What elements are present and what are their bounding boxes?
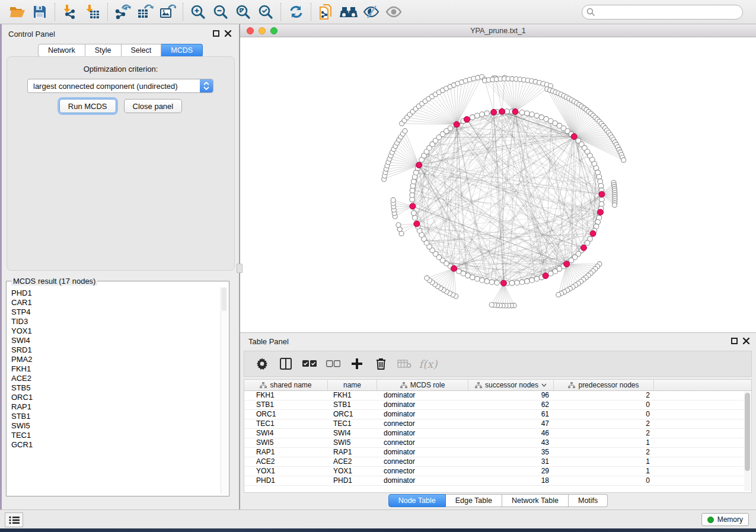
deselect-all-columns-button[interactable] — [324, 354, 343, 374]
table-row[interactable]: STB1STB1dominator620 — [244, 400, 744, 410]
close-panel-button[interactable]: Close panel — [124, 99, 183, 113]
mcds-result-item[interactable]: TEC1 — [11, 431, 221, 440]
table-row[interactable]: TEC1TEC1connector472 — [244, 419, 744, 429]
create-column-button[interactable] — [347, 354, 366, 374]
delete-table-icon — [397, 359, 412, 368]
column-label: shared name — [270, 381, 311, 389]
table-row[interactable]: YOX1YOX1connector291 — [244, 467, 744, 476]
delete-column-button[interactable] — [371, 354, 390, 374]
mcds-result-item[interactable]: YOX1 — [11, 326, 221, 336]
table-cell: ACE2 — [244, 457, 328, 466]
table-row[interactable]: SWI4SWI4dominator462 — [244, 429, 744, 438]
column-label: predecessor nodes — [578, 381, 639, 389]
mcds-result-group: MCDS result (17 nodes) PHD1CAR1STP4TID3Y… — [6, 277, 229, 496]
search-input[interactable] — [582, 5, 743, 20]
network-overview-button[interactable] — [337, 2, 360, 22]
table-scrollbar[interactable] — [744, 392, 751, 491]
tab-network-table[interactable]: Network Table — [502, 494, 569, 507]
table-cell: TEC1 — [244, 419, 328, 428]
function-builder-button-disabled[interactable]: f(x) — [419, 354, 438, 374]
tab-motifs[interactable]: Motifs — [569, 494, 608, 507]
open-folder-icon — [9, 5, 25, 18]
column-header-predecessor-nodes[interactable]: predecessor nodes — [554, 380, 654, 390]
table-cell: 1 — [554, 457, 654, 466]
zoom-fit-button[interactable] — [232, 2, 254, 22]
tab-style[interactable]: Style — [85, 44, 122, 57]
mcds-result-item[interactable]: STB1 — [11, 412, 221, 421]
network-window-titlebar[interactable]: YPA_prune.txt_1 — [240, 24, 756, 37]
mcds-result-item[interactable]: CAR1 — [11, 298, 221, 307]
trash-icon — [376, 358, 386, 370]
import-table-button[interactable] — [81, 2, 104, 22]
table-row[interactable]: FKH1FKH1dominator962 — [244, 391, 744, 400]
zoom-out-button[interactable] — [209, 2, 232, 22]
mcds-result-item[interactable]: PMA2 — [11, 355, 221, 364]
column-header-mcds-role[interactable]: MCDS role — [377, 380, 468, 390]
import-network-button[interactable] — [59, 2, 81, 22]
tab-edge-table[interactable]: Edge Table — [446, 494, 502, 507]
task-history-button[interactable] — [5, 512, 23, 527]
run-mcds-button[interactable]: Run MCDS — [59, 99, 116, 113]
tab-mcds[interactable]: MCDS — [161, 44, 203, 57]
table-row[interactable]: RAP1RAP1dominator352 — [244, 448, 744, 457]
mcds-result-item[interactable]: STP4 — [11, 307, 221, 317]
table-cell: YOX1 — [244, 467, 328, 476]
mcds-result-item[interactable]: RAP1 — [11, 402, 221, 412]
checked-boxes-icon — [302, 360, 317, 367]
result-list-scrollbar[interactable] — [221, 287, 227, 494]
close-panel-icon[interactable] — [224, 30, 232, 37]
tab-node-table[interactable]: Node Table — [388, 494, 446, 507]
table-cell: connector — [377, 467, 468, 476]
close-table-panel-icon[interactable] — [742, 337, 750, 345]
tab-select[interactable]: Select — [122, 44, 162, 57]
export-table-button[interactable] — [134, 2, 157, 22]
open-file-button[interactable] — [6, 2, 28, 22]
table-cell: FKH1 — [244, 391, 328, 400]
hide-graphics-details-button[interactable] — [360, 2, 382, 22]
mcds-result-item[interactable]: SWI4 — [11, 336, 221, 345]
column-header-shared-name[interactable]: shared name — [244, 380, 328, 390]
share-network-document-button[interactable] — [315, 2, 337, 22]
show-graphics-details-button[interactable] — [382, 2, 405, 22]
mcds-result-item[interactable]: TID3 — [11, 317, 221, 326]
table-row[interactable]: ACE2ACE2connector311 — [244, 457, 744, 467]
mcds-result-item[interactable]: ORC1 — [11, 393, 221, 402]
export-image-button[interactable] — [157, 2, 179, 22]
network-canvas[interactable] — [240, 37, 755, 332]
float-panel-icon[interactable] — [213, 30, 219, 37]
mcds-result-list: PHD1CAR1STP4TID3YOX1SWI4SRD1PMA2FKH1ACE2… — [7, 287, 221, 495]
export-network-button[interactable] — [111, 2, 134, 22]
table-cell: 61 — [468, 410, 554, 419]
table-row[interactable]: ORC1ORC1dominator610 — [244, 410, 744, 419]
memory-status-icon — [707, 517, 714, 523]
show-column-button[interactable] — [276, 354, 295, 374]
table-cell: PHD1 — [328, 476, 377, 485]
zoom-selected-button[interactable] — [254, 2, 277, 22]
float-table-panel-icon[interactable] — [731, 338, 738, 344]
zoom-in-button[interactable] — [187, 2, 209, 22]
export-network-icon — [114, 4, 131, 20]
save-session-button[interactable] — [28, 2, 51, 22]
panel-splitter-handle[interactable] — [237, 264, 243, 273]
mcds-result-item[interactable]: STB5 — [11, 383, 221, 393]
mcds-result-item[interactable]: SRD1 — [11, 345, 221, 355]
tab-network[interactable]: Network — [38, 44, 85, 57]
column-header-successor-nodes[interactable]: successor nodes — [468, 380, 554, 390]
select-all-columns-button[interactable] — [300, 354, 319, 374]
memory-button[interactable]: Memory — [701, 513, 749, 526]
delete-table-button-disabled[interactable] — [395, 354, 414, 374]
refresh-view-button[interactable] — [285, 2, 307, 22]
table-cell: 2 — [554, 391, 654, 400]
table-options-button[interactable] — [253, 354, 272, 374]
mcds-result-item[interactable]: FKH1 — [11, 364, 221, 374]
table-row[interactable]: SWI5SWI5connector431 — [244, 438, 744, 448]
mcds-result-item[interactable]: SWI5 — [11, 421, 221, 431]
mcds-result-item[interactable]: PHD1 — [11, 289, 221, 298]
table-row[interactable]: PHD1PHD1dominator180 — [244, 476, 744, 486]
gear-icon — [256, 358, 268, 370]
optimization-criterion-label: Optimization criterion: — [7, 65, 234, 73]
optimization-criterion-select[interactable]: largest connected component (undirected) — [27, 79, 213, 93]
mcds-result-item[interactable]: ACE2 — [11, 374, 221, 383]
mcds-result-item[interactable]: GCR1 — [11, 440, 221, 450]
column-header-name[interactable]: name — [328, 380, 377, 390]
